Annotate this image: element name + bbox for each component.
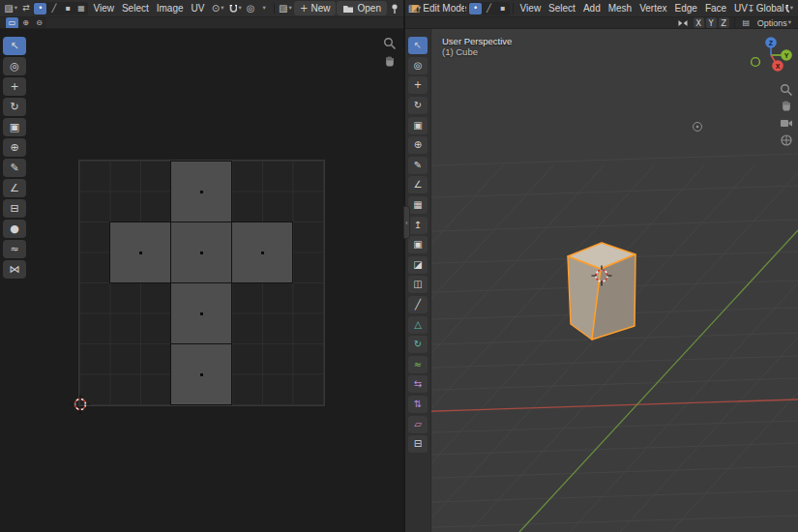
uv-proportional-falloff-dropdown[interactable]: ▾: [258, 1, 271, 15]
vp-tool-loop-cut-button[interactable]: ◫: [408, 276, 428, 293]
vp-tool-poly-build-button[interactable]: △: [408, 316, 428, 334]
vp-mode-edge-button[interactable]: ╱: [483, 3, 495, 15]
vp-tool-add-cube-button[interactable]: ▦: [408, 196, 428, 214]
uv-mode-face-button[interactable]: ▪: [61, 3, 74, 15]
navigation-gizmo[interactable]: Z Y X: [749, 33, 793, 77]
vp-menu-mesh[interactable]: Mesh: [605, 2, 635, 15]
options-dropdown[interactable]: Options ▾: [755, 17, 793, 29]
uv-face-1[interactable]: [109, 222, 171, 283]
uv-menu-uv[interactable]: UV: [188, 2, 209, 15]
uv-tool-relax-button[interactable]: ≈: [3, 240, 26, 258]
uv-tool-scale-button[interactable]: ▣: [3, 118, 26, 136]
vp-menu-vertex[interactable]: Vertex: [635, 2, 670, 15]
subtract-selection-button[interactable]: ⊖: [33, 17, 45, 29]
uv-menu-image[interactable]: Image: [153, 2, 188, 15]
vp-snap-toggle[interactable]: ▾: [783, 1, 795, 15]
vp-mode-vertex-button[interactable]: •: [469, 3, 482, 15]
vp-zoom-control[interactable]: [779, 82, 794, 98]
uv-tool-transform-button[interactable]: ⊕: [3, 138, 26, 157]
uv-face-3[interactable]: [231, 222, 293, 283]
new-image-button[interactable]: +New: [294, 1, 336, 15]
mirror-button[interactable]: [675, 17, 691, 29]
vp-menu-select[interactable]: Select: [545, 2, 579, 15]
vp-tool-shear-button[interactable]: ▱: [408, 416, 428, 433]
vp-tool-spin-button[interactable]: ↻: [408, 336, 428, 353]
vp-tool-rip-region-button[interactable]: ⊟: [408, 435, 428, 453]
vp-pan-control[interactable]: [779, 98, 794, 113]
annotate-icon: ✎: [10, 163, 18, 173]
mirror-z-toggle[interactable]: Z: [719, 17, 729, 28]
gizmo-x-label: X: [776, 63, 781, 70]
vp-tool-select-box-button[interactable]: ↖: [408, 37, 428, 54]
uv-tool-annotate-button[interactable]: ✎: [3, 159, 26, 177]
uv-zoom-control[interactable]: [382, 36, 398, 51]
editor-divider[interactable]: [403, 0, 405, 532]
uv-menu-view[interactable]: View: [89, 2, 118, 15]
browse-image-dropdown[interactable]: ▨▾: [278, 1, 293, 15]
light-object[interactable]: [694, 123, 702, 132]
uv-face-0[interactable]: [170, 161, 232, 222]
uv-pivot-point-dropdown[interactable]: ⊙▾: [210, 1, 224, 15]
new-selection-button[interactable]: ▭: [6, 17, 18, 29]
vp-tool-smooth-button[interactable]: ≈: [408, 356, 428, 373]
viewport-canvas[interactable]: [405, 29, 798, 532]
uv-tool-cursor-2d-button[interactable]: ◎: [3, 57, 26, 75]
vp-tool-scale-button[interactable]: ▣: [408, 117, 428, 134]
gizmo-neg-y-handle[interactable]: [752, 58, 760, 67]
uv-face-5[interactable]: [170, 343, 232, 405]
rip-region-icon: ⊟: [10, 203, 18, 214]
vp-tool-extrude-region-button[interactable]: ↥: [408, 217, 428, 234]
uv-editor-type-button[interactable]: ▨▾: [3, 1, 18, 15]
uv-tool-pinch-button[interactable]: ⋈: [3, 260, 26, 279]
uv-tool-rotate-button[interactable]: ↻: [3, 98, 26, 116]
mirror-y-toggle[interactable]: Y: [706, 17, 717, 28]
extend-selection-button[interactable]: ⊕: [19, 17, 32, 29]
uv-mode-edge-button[interactable]: ╱: [47, 3, 60, 15]
vp-ortho-toggle-control[interactable]: [779, 133, 794, 148]
cube-mesh[interactable]: [568, 243, 635, 340]
vp-tool-annotate-button[interactable]: ✎: [408, 157, 428, 174]
uv-tool-measure-button[interactable]: ∠: [3, 179, 26, 197]
uv-canvas[interactable]: [29, 29, 403, 532]
pin-toggle[interactable]: [388, 1, 400, 15]
new-image-label: New: [310, 3, 330, 14]
open-image-button[interactable]: Open: [337, 1, 386, 15]
uv-mode-island-button[interactable]: ▦: [74, 3, 87, 15]
mirror-x-toggle[interactable]: X: [694, 17, 704, 28]
uv-tool-move-button[interactable]: +: [3, 77, 26, 96]
vp-mode-face-button[interactable]: ▪: [496, 3, 509, 15]
uv-face-4[interactable]: [170, 282, 232, 344]
vp-tool-inset-faces-button[interactable]: ▣: [408, 236, 428, 253]
uv-mode-vertex-button[interactable]: •: [34, 3, 46, 15]
vp-tool-move-button[interactable]: +: [408, 76, 428, 94]
vp-tool-rotate-button[interactable]: ↻: [408, 97, 428, 114]
orientation-label: Global: [756, 3, 784, 14]
vp-menu-face[interactable]: Face: [701, 2, 730, 15]
vp-menu-add[interactable]: Add: [579, 2, 605, 15]
uv-tool-grab-button[interactable]: ●: [3, 220, 26, 238]
uv-menu-select[interactable]: Select: [118, 2, 153, 15]
vp-tool-bevel-button[interactable]: ◪: [408, 256, 428, 274]
vp-tool-shrink-fatten-button[interactable]: ⇅: [408, 396, 428, 413]
vp-menu-edge[interactable]: Edge: [671, 2, 701, 15]
uv-select-mode-buttons: •╱▪▦: [33, 2, 88, 15]
uv-sync-select-toggle[interactable]: ⇄: [19, 1, 32, 15]
transform-orientation-dropdown[interactable]: ↧ Global ▾: [754, 1, 782, 15]
vp-tool-cursor-3d-button[interactable]: ◎: [408, 57, 428, 74]
snap-options-button[interactable]: ▤: [740, 17, 753, 29]
vp-tool-knife-button[interactable]: ╱: [408, 296, 428, 313]
vp-tool-edge-slide-button[interactable]: ⇆: [408, 375, 428, 393]
uv-pan-control[interactable]: [382, 53, 398, 69]
uv-tool-select-box-button[interactable]: ↖: [3, 37, 26, 55]
uv-snap-toggle[interactable]: ▾: [226, 1, 244, 15]
sidebar-toggle-tab[interactable]: ‹: [403, 206, 410, 239]
uv-proportional-edit-toggle[interactable]: ◎: [245, 1, 257, 15]
vp-tool-transform-button[interactable]: ⊕: [408, 136, 428, 154]
uv-face-2[interactable]: [170, 222, 232, 283]
vp-magnifier-icon: [780, 83, 793, 97]
vp-menu-view[interactable]: View: [517, 2, 546, 15]
uv-tool-rip-region-button[interactable]: ⊟: [3, 199, 26, 218]
mode-selector[interactable]: ◩ Edit Mode ▾: [422, 1, 461, 15]
vp-camera-view-control[interactable]: [779, 115, 794, 131]
vp-tool-measure-button[interactable]: ∠: [408, 176, 428, 193]
